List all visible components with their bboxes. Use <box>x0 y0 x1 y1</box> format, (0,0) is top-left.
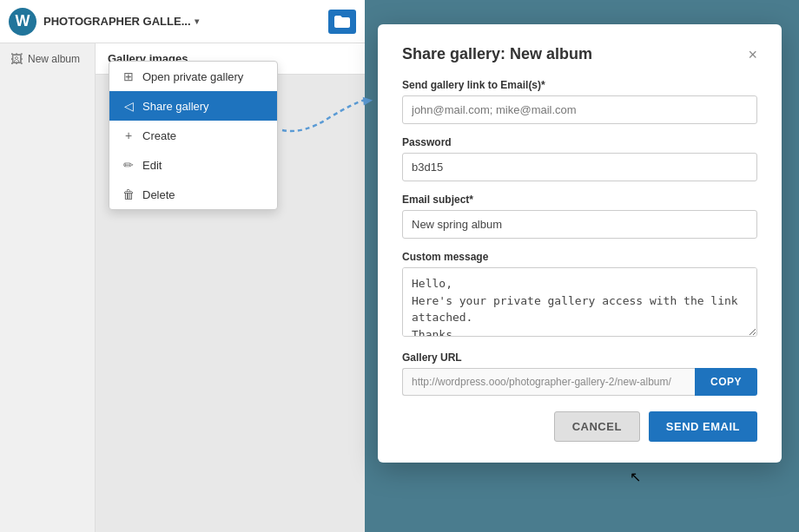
gallery-url-input[interactable] <box>402 368 695 396</box>
gallery-title-bar[interactable]: PHOTOGRAPHER GALLE... ▾ <box>43 15 199 28</box>
email-subject-field-group: Email subject* <box>402 194 757 239</box>
password-input[interactable] <box>402 153 757 181</box>
send-email-button[interactable]: SEND EMAIL <box>649 411 757 442</box>
create-icon: + <box>122 128 135 142</box>
context-menu-label-open: Open private gallery <box>142 70 243 83</box>
mouse-cursor: ↖ <box>630 469 641 485</box>
email-input[interactable] <box>402 95 757 124</box>
gallery-url-field-group: Gallery URL COPY <box>402 351 757 396</box>
email-label: Send gallery link to Email(s)* <box>402 79 757 91</box>
context-menu-label-create: Create <box>142 129 176 142</box>
gallery-url-row: COPY <box>402 368 757 396</box>
context-menu-item-delete[interactable]: 🗑 Delete <box>109 180 277 209</box>
share-gallery-icon: ◁ <box>122 99 135 113</box>
sidebar: 🖼 New album <box>0 43 96 532</box>
chevron-down-icon: ▾ <box>195 16 199 26</box>
email-field-group: Send gallery link to Email(s)* <box>402 79 757 124</box>
context-menu-item-open-private-gallery[interactable]: ⊞ Open private gallery <box>109 62 277 91</box>
wordpress-logo: W <box>9 8 36 36</box>
gallery-url-label: Gallery URL <box>402 351 757 364</box>
context-menu-label-share: Share gallery <box>142 100 209 113</box>
context-menu-label-delete: Delete <box>142 188 175 201</box>
modal-close-button[interactable]: × <box>748 47 757 62</box>
delete-icon: 🗑 <box>122 187 135 201</box>
custom-message-label: Custom message <box>402 251 757 263</box>
wp-letter: W <box>16 12 30 30</box>
copy-button[interactable]: COPY <box>695 368 757 396</box>
modal-header: Share gallery: New album × <box>402 45 757 63</box>
context-menu-item-share-gallery[interactable]: ◁ Share gallery <box>109 91 277 121</box>
modal-title: Share gallery: New album <box>402 45 592 63</box>
custom-message-field-group: Custom message <box>402 251 757 339</box>
password-label: Password <box>402 136 757 148</box>
sidebar-item-new-album[interactable]: 🖼 New album <box>0 43 95 75</box>
open-gallery-icon: ⊞ <box>122 69 135 83</box>
context-menu-item-create[interactable]: + Create <box>109 121 277 150</box>
new-album-icon: 🖼 <box>10 52 23 66</box>
email-subject-label: Email subject* <box>402 194 757 206</box>
context-menu-label-edit: Edit <box>142 159 162 172</box>
share-gallery-modal: Share gallery: New album × Send gallery … <box>378 24 782 463</box>
svg-marker-0 <box>360 94 373 106</box>
dashed-arrow <box>278 91 373 143</box>
folder-icon <box>328 10 356 34</box>
password-field-group: Password <box>402 136 757 181</box>
folder-svg <box>334 16 350 28</box>
context-menu: ⊞ Open private gallery ◁ Share gallery +… <box>109 61 278 210</box>
custom-message-textarea[interactable] <box>402 267 757 337</box>
modal-footer: CANCEL SEND EMAIL <box>402 411 757 442</box>
edit-icon: ✏ <box>122 158 135 172</box>
gallery-title-text: PHOTOGRAPHER GALLE... <box>43 15 191 28</box>
context-menu-item-edit[interactable]: ✏ Edit <box>109 150 277 180</box>
email-subject-input[interactable] <box>402 210 757 239</box>
top-bar: W PHOTOGRAPHER GALLE... ▾ <box>0 0 365 43</box>
cancel-button[interactable]: CANCEL <box>554 411 640 442</box>
sidebar-item-label: New album <box>28 53 80 65</box>
